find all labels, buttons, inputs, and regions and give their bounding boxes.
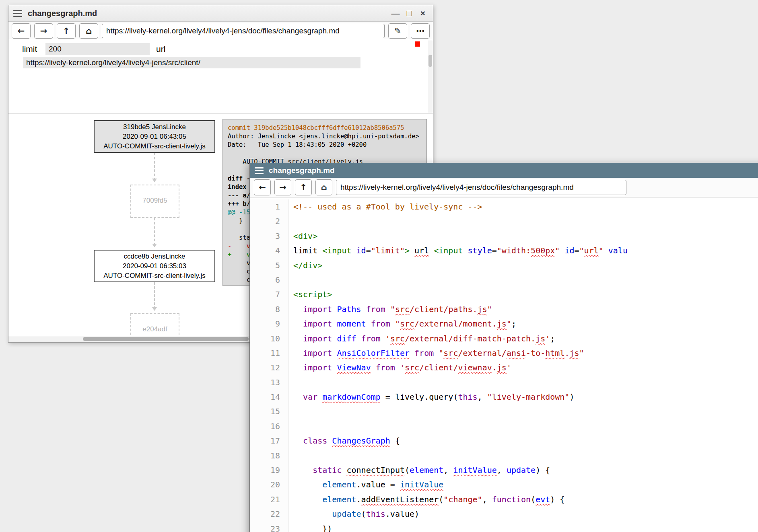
line-number: 23: [250, 522, 288, 532]
back-button[interactable]: ←: [12, 23, 31, 39]
window-changesgraph-front: changesgraph.md ← → ↑ ⌂ 1234567891011121…: [249, 163, 758, 532]
window-title: changesgraph.md: [28, 9, 97, 18]
line-number: 1: [250, 199, 288, 214]
line-number: 10: [250, 331, 288, 346]
code-line[interactable]: [293, 419, 758, 433]
address-input[interactable]: [102, 24, 385, 38]
forward-button[interactable]: →: [34, 23, 53, 39]
line-number: 12: [250, 360, 288, 375]
code-line[interactable]: <script>: [293, 287, 758, 302]
line-number: 13: [250, 375, 288, 390]
back-arrow-icon: ←: [259, 183, 266, 192]
horizontal-scrollbar-thumb[interactable]: [83, 337, 249, 341]
code-line[interactable]: </div>: [293, 258, 758, 273]
code-line[interactable]: element.addEventListener("change", funct…: [293, 492, 758, 507]
line-number: 4: [250, 243, 288, 258]
home-icon: ⌂: [86, 26, 92, 36]
address-input[interactable]: [336, 180, 626, 195]
line-number: 8: [250, 302, 288, 316]
code-line[interactable]: [293, 448, 758, 463]
graph-edge: [154, 282, 155, 309]
vertical-scrollbar[interactable]: [428, 40, 433, 113]
url-label: url: [156, 44, 165, 54]
window-menu-icon[interactable]: [13, 10, 22, 17]
back-arrow-icon: ←: [18, 26, 25, 36]
code-line[interactable]: [293, 375, 758, 390]
line-number: 11: [250, 346, 288, 360]
code-line[interactable]: [293, 273, 758, 287]
commit-node[interactable]: ccdce8b JensLincke2020-09-01 06:35:03AUT…: [94, 250, 215, 282]
forward-arrow-icon: →: [279, 183, 286, 192]
code-line[interactable]: import ViewNav from 'src/client/viewnav.…: [293, 360, 758, 375]
code-editor[interactable]: 1234567891011121314151617181920212223 <!…: [250, 197, 758, 532]
up-button[interactable]: ↑: [57, 23, 76, 39]
code-line[interactable]: <div>: [293, 229, 758, 243]
line-number: 19: [250, 463, 288, 477]
line-number: 21: [250, 492, 288, 507]
stub-commit-node[interactable]: 7009fd5: [130, 185, 179, 218]
url-input[interactable]: [23, 57, 360, 68]
navigation-toolbar: ← → ↑ ⌂: [250, 178, 758, 197]
back-button[interactable]: ←: [254, 179, 271, 195]
line-number: 20: [250, 477, 288, 492]
line-number: 3: [250, 229, 288, 243]
limit-input[interactable]: [45, 43, 150, 55]
forward-arrow-icon: →: [40, 26, 47, 36]
graph-edge: [154, 218, 155, 245]
code-line[interactable]: import AnsiColorFilter from "src/externa…: [293, 346, 758, 360]
line-number: 17: [250, 433, 288, 448]
code-line[interactable]: [293, 404, 758, 419]
code-line[interactable]: <!-- used as a #Tool by lively-sync -->: [293, 199, 758, 214]
more-button[interactable]: ⋯: [411, 23, 430, 39]
code-line[interactable]: import moment from "src/external/moment.…: [293, 316, 758, 331]
code-line[interactable]: static connectInput(element, initValue, …: [293, 463, 758, 477]
window-title: changesgraph.md: [269, 166, 335, 175]
line-number: 2: [250, 214, 288, 228]
close-button[interactable]: ×: [416, 5, 430, 21]
up-arrow-icon: ↑: [300, 183, 307, 192]
code-line[interactable]: import diff from 'src/external/diff-matc…: [293, 331, 758, 346]
code-line[interactable]: limit <input id="limit"> url <input styl…: [293, 243, 758, 258]
window-menu-icon[interactable]: [255, 167, 264, 174]
line-number: 9: [250, 316, 288, 331]
diff-line: [228, 149, 422, 158]
pencil-icon: ✎: [394, 26, 402, 36]
line-number: 22: [250, 507, 288, 521]
diff-line: Date: Tue Sep 1 18:43:05 2020 +0200: [228, 141, 422, 149]
titlebar[interactable]: changesgraph.md — □ ×: [8, 5, 433, 22]
titlebar[interactable]: changesgraph.md: [250, 163, 758, 178]
editor-code[interactable]: <!-- used as a #Tool by lively-sync --> …: [288, 199, 758, 532]
line-number: 18: [250, 448, 288, 463]
home-button[interactable]: ⌂: [315, 179, 332, 195]
line-number: 6: [250, 273, 288, 287]
navigation-toolbar: ← → ↑ ⌂ ✎ ⋯: [8, 22, 433, 40]
limit-label: limit: [22, 44, 37, 54]
line-number: 15: [250, 404, 288, 419]
maximize-button[interactable]: □: [402, 5, 416, 21]
editor-gutter: 1234567891011121314151617181920212223: [250, 199, 288, 532]
red-edit-indicator: [415, 41, 420, 47]
graph-edge: [154, 153, 155, 180]
commit-node[interactable]: 319bde5 JensLincke2020-09-01 06:43:05AUT…: [94, 120, 215, 153]
diff-line: Author: JensLincke <jens.lincke@hpi.uni-…: [228, 132, 422, 141]
home-button[interactable]: ⌂: [79, 23, 98, 39]
code-line[interactable]: import Paths from "src/client/paths.js": [293, 302, 758, 316]
code-line[interactable]: class ChangesGraph {: [293, 433, 758, 448]
minimize-button[interactable]: —: [389, 5, 402, 21]
line-number: 5: [250, 258, 288, 273]
code-line[interactable]: element.value = initValue: [293, 477, 758, 492]
code-line[interactable]: }): [293, 522, 758, 532]
line-number: 14: [250, 390, 288, 404]
up-arrow-icon: ↑: [63, 26, 70, 36]
diff-line: commit 319bde525b1048cbcfff6dffe61012ab8…: [228, 124, 422, 132]
up-button[interactable]: ↑: [295, 179, 312, 195]
vertical-scrollbar-thumb[interactable]: [428, 55, 432, 67]
code-line[interactable]: update(this.value): [293, 507, 758, 521]
edit-button[interactable]: ✎: [388, 23, 407, 39]
home-icon: ⌂: [321, 183, 327, 192]
code-line[interactable]: [293, 214, 758, 228]
code-line[interactable]: var markdownComp = lively.query(this, "l…: [293, 390, 758, 404]
forward-button[interactable]: →: [274, 179, 291, 195]
stub-commit-node[interactable]: e204adf: [130, 313, 179, 336]
ellipsis-icon: ⋯: [416, 26, 424, 36]
